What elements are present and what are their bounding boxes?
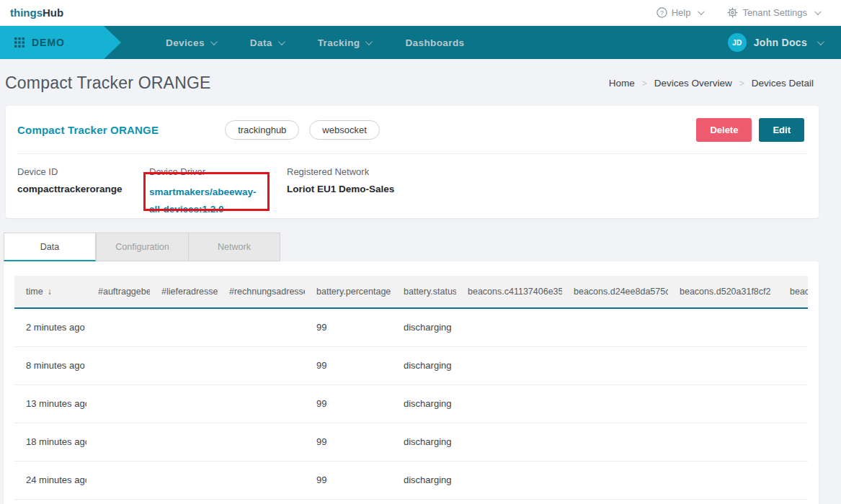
column-label: time (26, 287, 43, 297)
user-name: John Docs (754, 37, 807, 48)
table-cell (150, 346, 218, 384)
field-device-driver: Device Driversmartmakers/abeeway-all-dev… (149, 166, 287, 219)
table-cell: 99 (305, 384, 392, 423)
table-cell: 99 (305, 461, 392, 499)
table-cell (456, 423, 562, 461)
table-header-row: time↓#auftraggeber#lieferadresse#rechnun… (14, 276, 808, 308)
device-tags: trackinghubwebsocket (225, 120, 380, 140)
svg-text:?: ? (660, 9, 664, 17)
table-cell (668, 384, 778, 423)
field-label: Registered Network (287, 166, 424, 177)
chevron-down-icon (698, 8, 705, 15)
table-cell: 99 (305, 346, 392, 384)
column-header-battery-percentage[interactable]: battery.percentage (305, 276, 392, 308)
device-fields: Device IDcompacttrackerorangeDevice Driv… (6, 154, 819, 219)
breadcrumb-item-devices-detail[interactable]: Devices Detail (752, 78, 814, 89)
tag-trackinghub: trackinghub (225, 120, 299, 140)
delete-button[interactable]: Delete (696, 118, 752, 142)
table-cell (778, 346, 808, 384)
table-row[interactable]: 13 minutes ago99discharging (14, 384, 808, 423)
table-cell (778, 384, 808, 423)
table-cell: discharging (392, 423, 456, 461)
grid-icon (14, 37, 25, 48)
column-header-time[interactable]: time↓ (14, 276, 86, 308)
breadcrumb-item-home[interactable]: Home (609, 78, 635, 89)
column-header--auftraggeber[interactable]: #auftraggeber (86, 276, 150, 308)
nav-menu-label: Data (250, 37, 272, 48)
column-label: beaco (790, 287, 808, 297)
table-cell (218, 308, 305, 346)
table-cell (218, 346, 305, 384)
table-cell: discharging (392, 346, 456, 384)
nav-menu-devices[interactable]: Devices (151, 26, 230, 59)
column-header-beacons-c41137406e35[interactable]: beacons.c41137406e35 (456, 276, 562, 308)
sort-descending-icon: ↓ (48, 287, 52, 297)
nav-menu-label: Tracking (318, 37, 360, 48)
table-card: time↓#auftraggeber#lieferadresse#rechnun… (4, 261, 819, 504)
field-registered-network: Registered NetworkLoriot EU1 Demo-Sales (287, 166, 424, 219)
table-scroll-area[interactable]: time↓#auftraggeber#lieferadresse#rechnun… (14, 276, 808, 504)
table-row[interactable]: 8 minutes ago99discharging (14, 346, 808, 384)
column-header-beaco[interactable]: beaco (778, 276, 808, 308)
table-cell (778, 308, 808, 346)
table-cell (150, 384, 218, 423)
table-cell: 99 (305, 308, 392, 346)
column-label: battery.status (404, 287, 456, 297)
breadcrumb: Home>Devices Overview>Devices Detail (609, 78, 814, 89)
table-cell: 24 minutes ago (14, 461, 86, 499)
nav-menu-tracking[interactable]: Tracking (303, 26, 386, 59)
tab-data[interactable]: Data (4, 233, 96, 261)
nav-menu-data[interactable]: Data (236, 26, 298, 59)
column-label: #lieferadresse (161, 287, 218, 297)
table-body: 2 minutes ago99discharging8 minutes ago9… (14, 308, 808, 499)
breadcrumb-separator-icon: > (642, 78, 647, 89)
table-cell: 13 minutes ago (14, 384, 86, 423)
user-menu[interactable]: JD John Docs (728, 33, 822, 52)
column-header-beacons-d520a31f8cf2[interactable]: beacons.d520a31f8cf2 (668, 276, 778, 308)
field-label: Device ID (17, 166, 149, 177)
gear-icon (727, 7, 738, 18)
table-cell (150, 308, 218, 346)
main-nav-bar: DEMO DevicesDataTrackingDashboards JD Jo… (0, 26, 841, 59)
table-cell (562, 461, 668, 499)
column-header-battery-status[interactable]: battery.status (392, 276, 456, 308)
table-cell: 18 minutes ago (14, 423, 86, 461)
column-header--lieferadresse[interactable]: #lieferadresse (150, 276, 218, 308)
device-name: Compact Tracker ORANGE (17, 124, 159, 136)
table-cell: discharging (392, 308, 456, 346)
table-cell (86, 384, 150, 423)
table-row[interactable]: 24 minutes ago99discharging (14, 461, 808, 499)
edit-button[interactable]: Edit (759, 118, 804, 142)
table-cell (668, 308, 778, 346)
table-cell (218, 423, 305, 461)
table-cell (218, 384, 305, 423)
table-cell: discharging (392, 461, 456, 499)
tab-network[interactable]: Network (188, 233, 280, 261)
column-header-beacons-d24ee8da575c[interactable]: beacons.d24ee8da575c (562, 276, 668, 308)
nav-menus: DevicesDataTrackingDashboards (151, 26, 479, 59)
column-label: battery.percentage (316, 287, 391, 297)
breadcrumb-item-devices-overview[interactable]: Devices Overview (654, 78, 732, 89)
chevron-down-icon (278, 38, 285, 45)
avatar: JD (728, 33, 747, 52)
table-cell (150, 461, 218, 499)
tab-configuration[interactable]: Configuration (96, 233, 188, 261)
page-title: Compact Tracker ORANGE (5, 73, 211, 93)
table-row[interactable]: 18 minutes ago99discharging (14, 423, 808, 461)
table-cell: 99 (305, 423, 392, 461)
table-row[interactable]: 2 minutes ago99discharging (14, 308, 808, 346)
field-device-id: Device IDcompacttrackerorange (17, 166, 149, 219)
nav-menu-label: Dashboards (405, 37, 464, 48)
nav-menu-dashboards[interactable]: Dashboards (391, 26, 479, 59)
thingshub-logo[interactable]: thingsHub (10, 6, 63, 19)
logo-things: things (10, 6, 43, 19)
tenant-settings-menu[interactable]: Tenant Settings (727, 7, 819, 18)
tenant-settings-label: Tenant Settings (742, 7, 807, 18)
help-menu[interactable]: ? Help (657, 7, 703, 18)
table-cell (778, 461, 808, 499)
field-value[interactable]: smartmakers/abeeway-all-devices:1.2.0 (149, 184, 266, 219)
column-header--rechnungsadresse[interactable]: #rechnungsadresse (218, 276, 305, 308)
help-icon: ? (657, 7, 667, 18)
tenant-selector[interactable]: DEMO (0, 26, 121, 59)
tab-bar: DataConfigurationNetwork (4, 233, 841, 261)
